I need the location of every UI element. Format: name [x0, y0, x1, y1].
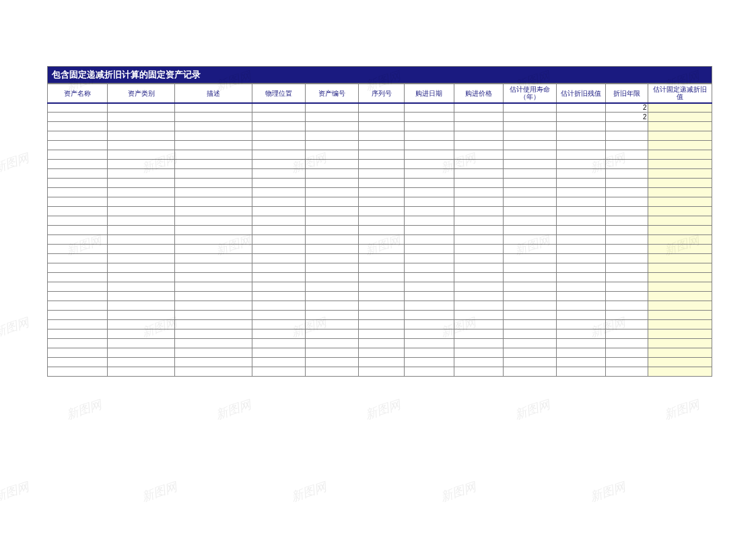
- cell[interactable]: [606, 301, 648, 311]
- cell[interactable]: [648, 216, 712, 226]
- cell[interactable]: [454, 282, 504, 292]
- cell[interactable]: [358, 320, 404, 329]
- cell[interactable]: [108, 216, 175, 226]
- cell[interactable]: [306, 311, 359, 320]
- cell[interactable]: [48, 263, 108, 273]
- cell[interactable]: [606, 150, 648, 160]
- cell[interactable]: [174, 301, 252, 311]
- cell[interactable]: [405, 188, 454, 197]
- cell[interactable]: [606, 273, 648, 282]
- cell[interactable]: [556, 226, 606, 235]
- cell[interactable]: [648, 358, 712, 367]
- cell[interactable]: [405, 320, 454, 329]
- cell[interactable]: [648, 113, 712, 122]
- cell[interactable]: [454, 122, 504, 131]
- cell[interactable]: [306, 282, 359, 292]
- cell[interactable]: [306, 254, 359, 263]
- cell[interactable]: [504, 113, 557, 122]
- cell[interactable]: [48, 301, 108, 311]
- cell[interactable]: [648, 197, 712, 207]
- cell[interactable]: [454, 131, 504, 141]
- cell[interactable]: [606, 311, 648, 320]
- table-row[interactable]: [48, 197, 712, 207]
- cell[interactable]: [252, 263, 306, 273]
- cell[interactable]: [405, 367, 454, 377]
- cell[interactable]: [405, 263, 454, 273]
- cell[interactable]: [174, 188, 252, 197]
- cell[interactable]: [174, 263, 252, 273]
- cell[interactable]: [48, 292, 108, 301]
- cell[interactable]: [648, 235, 712, 245]
- cell[interactable]: [606, 320, 648, 329]
- cell[interactable]: [504, 245, 557, 254]
- cell[interactable]: [648, 150, 712, 160]
- cell[interactable]: [405, 197, 454, 207]
- cell[interactable]: [48, 150, 108, 160]
- cell[interactable]: [648, 263, 712, 273]
- cell[interactable]: [504, 197, 557, 207]
- cell[interactable]: [252, 339, 306, 348]
- cell[interactable]: [306, 226, 359, 235]
- table-row[interactable]: 2: [48, 103, 712, 113]
- table-row[interactable]: [48, 226, 712, 235]
- cell[interactable]: [648, 169, 712, 179]
- cell[interactable]: [108, 263, 175, 273]
- cell[interactable]: [306, 207, 359, 216]
- cell[interactable]: [174, 348, 252, 358]
- cell[interactable]: [648, 254, 712, 263]
- cell[interactable]: [504, 358, 557, 367]
- table-row[interactable]: [48, 273, 712, 282]
- cell[interactable]: [556, 367, 606, 377]
- cell[interactable]: [454, 292, 504, 301]
- cell[interactable]: [358, 141, 404, 150]
- cell[interactable]: [48, 339, 108, 348]
- cell[interactable]: [504, 131, 557, 141]
- cell[interactable]: [108, 235, 175, 245]
- cell[interactable]: [108, 329, 175, 339]
- cell[interactable]: [606, 235, 648, 245]
- cell[interactable]: [48, 207, 108, 216]
- cell[interactable]: [108, 103, 175, 113]
- cell[interactable]: [48, 122, 108, 131]
- cell[interactable]: [454, 254, 504, 263]
- cell[interactable]: [556, 348, 606, 358]
- cell[interactable]: [108, 367, 175, 377]
- cell[interactable]: [454, 216, 504, 226]
- cell[interactable]: [405, 301, 454, 311]
- cell[interactable]: [556, 235, 606, 245]
- cell[interactable]: [648, 282, 712, 292]
- cell[interactable]: [454, 179, 504, 188]
- table-row[interactable]: [48, 160, 712, 169]
- cell[interactable]: [174, 282, 252, 292]
- cell[interactable]: [252, 348, 306, 358]
- cell[interactable]: [454, 367, 504, 377]
- cell[interactable]: [606, 216, 648, 226]
- cell[interactable]: [556, 122, 606, 131]
- table-row[interactable]: [48, 122, 712, 131]
- cell[interactable]: [252, 216, 306, 226]
- cell[interactable]: [606, 263, 648, 273]
- cell[interactable]: [252, 254, 306, 263]
- table-row[interactable]: [48, 339, 712, 348]
- table-row[interactable]: [48, 348, 712, 358]
- cell[interactable]: [252, 179, 306, 188]
- cell[interactable]: [108, 301, 175, 311]
- cell[interactable]: [48, 273, 108, 282]
- cell[interactable]: [306, 329, 359, 339]
- cell[interactable]: [48, 367, 108, 377]
- cell[interactable]: [358, 160, 404, 169]
- cell[interactable]: [306, 367, 359, 377]
- cell[interactable]: [454, 245, 504, 254]
- cell[interactable]: [556, 141, 606, 150]
- cell[interactable]: [606, 197, 648, 207]
- cell[interactable]: [454, 169, 504, 179]
- cell[interactable]: 2: [606, 103, 648, 113]
- cell[interactable]: [454, 263, 504, 273]
- cell[interactable]: [405, 292, 454, 301]
- cell[interactable]: [358, 216, 404, 226]
- cell[interactable]: [405, 358, 454, 367]
- cell[interactable]: [504, 103, 557, 113]
- cell[interactable]: [556, 150, 606, 160]
- cell[interactable]: [252, 103, 306, 113]
- cell[interactable]: [606, 207, 648, 216]
